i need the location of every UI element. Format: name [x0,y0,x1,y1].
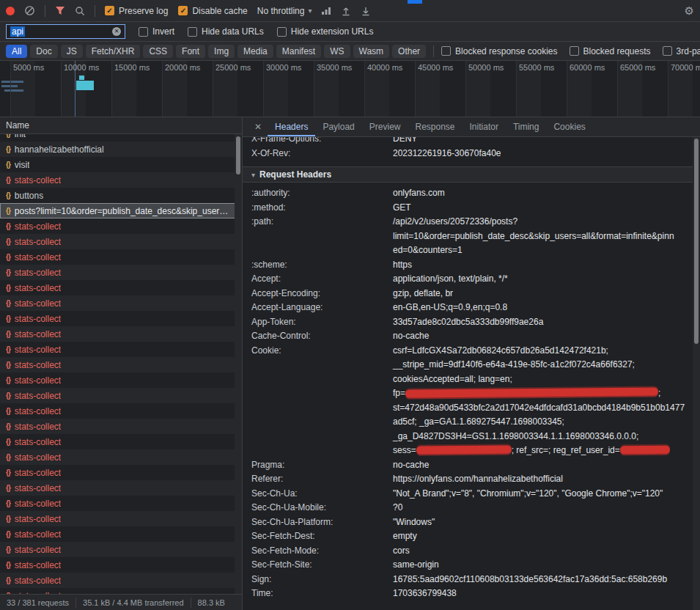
request-row[interactable]: {}posts?limit=10&order=publish_date_desc… [0,203,242,218]
header-row: Sec-Fetch-Site:same-origin [243,558,693,573]
request-row[interactable]: {}stats-collect [0,234,242,249]
waterfall-bar [79,76,84,80]
request-row[interactable]: {}stats-collect [0,265,242,280]
filter-chip-fetch-xhr[interactable]: Fetch/XHR [86,45,141,58]
tab-payload[interactable]: Payload [315,117,361,136]
export-har-icon[interactable] [361,6,371,16]
request-name: buttons [15,191,43,201]
tab-response[interactable]: Response [408,117,462,136]
network-conditions-icon[interactable] [321,6,331,15]
request-row[interactable]: {}stats-collect [0,403,242,419]
checkbox-3rd-party-requests[interactable]: 3rd-party requests [663,46,700,56]
settings-gear-icon[interactable]: ⚙ [685,4,694,18]
checkbox-preserve-log[interactable]: ✓Preserve log [105,6,168,16]
request-row[interactable]: {}stats-collect [0,342,242,357]
clear-icon[interactable] [24,5,35,16]
clear-filter-icon[interactable]: ✕ [112,27,121,36]
request-row[interactable]: {}stats-collect [0,357,242,372]
tab-cookies[interactable]: Cookies [546,117,592,136]
name-column-header[interactable]: Name [0,117,242,134]
checkbox-box[interactable]: ✓ [105,6,114,15]
request-row[interactable]: {}stats-collect [0,542,242,557]
request-row[interactable]: {}stats-collect [0,557,242,573]
filter-chip-wasm[interactable]: Wasm [353,45,390,58]
request-row[interactable]: {}stats-collect [0,526,242,542]
filter-chip-ws[interactable]: WS [324,45,350,58]
request-row[interactable]: {}buttons [0,188,242,203]
request-name: stats-collect [15,345,61,355]
filter-input[interactable]: api ✕ [6,24,125,39]
checkbox-box[interactable] [139,27,148,37]
scrollbar-thumb[interactable] [694,139,699,344]
xhr-braces-icon: {} [6,330,10,338]
import-har-icon[interactable] [341,6,351,16]
throttling-select[interactable]: No throttling ▾ [257,6,312,16]
filter-chip-media[interactable]: Media [237,45,273,58]
request-headers-section[interactable]: ▾ Request Headers [243,166,693,183]
request-row[interactable]: {}stats-collect [0,588,242,594]
request-list-scrollbar[interactable] [235,134,242,594]
request-row[interactable]: {}stats-collect [0,249,242,265]
request-row[interactable]: {}stats-collect [0,326,242,342]
timeline-label: 40000 ms [367,63,402,72]
request-row[interactable]: {}stats-collect [0,419,242,434]
request-row[interactable]: {}stats-collect [0,295,242,311]
request-row[interactable]: {}stats-collect [0,372,242,388]
request-list: {}init{}hannahelizabethofficial{}visit{}… [0,134,242,594]
filter-chip-all[interactable]: All [6,45,27,58]
checkbox-box[interactable]: ✓ [178,6,188,15]
tab-preview[interactable]: Preview [362,117,408,136]
xhr-braces-icon: {} [6,530,10,538]
checkbox-blocked-requests[interactable]: Blocked requests [570,46,651,56]
checkbox-hide-data-urls[interactable]: Hide data URLs [188,26,264,37]
header-value: 1703636799438 [393,587,693,601]
checkbox-box[interactable] [188,27,197,37]
header-value: /api2/v2/users/20572336/posts? limit=10&… [393,215,693,258]
checkbox-invert[interactable]: Invert [139,26,174,37]
checkbox-disable-cache[interactable]: ✓Disable cache [178,6,247,16]
request-row[interactable]: {}stats-collect [0,496,242,511]
checkbox-box[interactable] [663,46,672,56]
request-row[interactable]: {}stats-collect [0,480,242,496]
header-value: no-cache [393,458,693,473]
search-icon[interactable] [75,6,85,16]
filter-chip-js[interactable]: JS [61,45,83,58]
filter-chip-doc[interactable]: Doc [30,45,57,58]
filter-icon[interactable] [55,6,65,15]
tab-initiator[interactable]: Initiator [463,117,506,136]
request-row[interactable]: {}stats-collect [0,280,242,295]
request-row[interactable]: {}stats-collect [0,218,242,234]
request-row[interactable]: {}stats-collect [0,172,242,188]
request-row[interactable]: {}stats-collect [0,449,242,465]
xhr-braces-icon: {} [6,284,10,292]
filter-chip-css[interactable]: CSS [143,45,173,58]
request-row[interactable]: {}init [0,134,242,142]
request-row[interactable]: {}stats-collect [0,465,242,480]
tab-headers[interactable]: Headers [268,117,315,136]
checkbox-hide-extension-urls[interactable]: Hide extension URLs [277,26,374,37]
record-icon[interactable] [6,7,15,15]
close-icon[interactable]: ✕ [248,122,268,132]
collapse-triangle-icon[interactable]: ▾ [251,171,255,179]
request-row[interactable]: {}stats-collect [0,434,242,449]
request-row[interactable]: {}hannahelizabethofficial [0,142,242,157]
checkbox-blocked-response-cookies[interactable]: Blocked response cookies [441,46,557,56]
tab-timing[interactable]: Timing [506,117,547,136]
filter-chip-font[interactable]: Font [176,45,205,58]
checkbox-box[interactable] [277,27,287,37]
filter-chip-img[interactable]: Img [208,45,235,58]
request-row[interactable]: {}stats-collect [0,511,242,526]
details-scrollbar[interactable] [693,137,700,610]
checkbox-box[interactable] [570,46,579,56]
filter-chip-manifest[interactable]: Manifest [276,45,321,58]
checkbox-label: Preserve log [119,6,168,16]
checkbox-box[interactable] [441,46,451,56]
header-name: App-Token: [243,315,393,330]
request-row[interactable]: {}stats-collect [0,573,242,588]
scrollbar-thumb[interactable] [236,136,240,174]
request-row[interactable]: {}stats-collect [0,311,242,326]
timeline-overview[interactable]: 5000 ms10000 ms15000 ms20000 ms25000 ms3… [0,61,700,117]
filter-chip-other[interactable]: Other [392,45,426,58]
request-row[interactable]: {}visit [0,157,242,172]
request-row[interactable]: {}stats-collect [0,388,242,403]
